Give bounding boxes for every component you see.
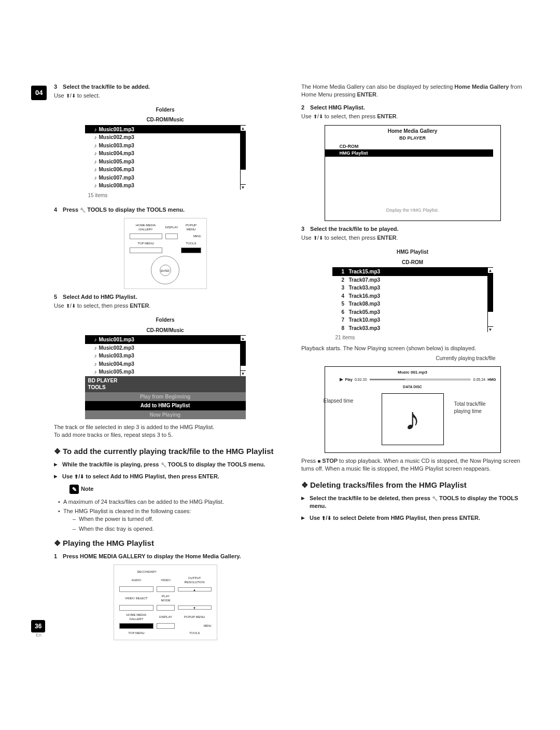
music-icon — [94, 150, 99, 157]
scroll-thumb[interactable] — [241, 131, 246, 170]
music-icon — [94, 134, 99, 141]
list-item[interactable]: Music006.mp3 — [85, 166, 240, 174]
page-number: 36 — [31, 620, 45, 632]
scroll-up-icon[interactable]: ▲ — [241, 126, 246, 131]
music-icon — [94, 182, 99, 189]
arrow-up-icon — [66, 92, 70, 99]
hmg-key — [119, 623, 154, 629]
step-5: 5 Select Add to HMG Playlist. — [54, 293, 276, 301]
list-item[interactable]: Music004.mp3 — [85, 360, 240, 368]
menu-item-cdrom[interactable]: CD-ROM — [325, 143, 500, 149]
diamond-icon — [54, 539, 63, 547]
bullet-delete-enter: Use / to select Delete from HMG Playlist… — [301, 514, 524, 522]
list-item[interactable]: 1Track15.mp3 — [332, 268, 487, 276]
tools-option[interactable]: Now Playing — [85, 410, 246, 420]
list-item[interactable]: Music005.mp3 — [85, 368, 240, 376]
list-item[interactable]: Music001.mp3 — [85, 126, 240, 134]
step-5-after: The track or file selected in step 3 is … — [54, 423, 276, 439]
list-item[interactable]: 6Track05.mp3 — [332, 308, 487, 316]
arrow-down-icon — [319, 113, 323, 119]
tools-icon — [80, 206, 86, 213]
list-item[interactable]: Music001.mp3 — [85, 336, 240, 344]
music-icon — [94, 345, 99, 352]
play-icon — [301, 494, 310, 510]
diamond-icon — [54, 447, 63, 456]
scroll-up-icon[interactable]: ▲ — [488, 268, 493, 273]
diamond-icon — [301, 480, 310, 489]
arrow-down-icon — [72, 302, 76, 309]
bullet-tools: While the track/file is playing, press T… — [54, 461, 276, 469]
menu-item-hmg-playlist[interactable]: HMG Playlist — [325, 149, 493, 157]
pencil-icon: ✎ — [69, 485, 79, 494]
scroll-down-icon[interactable]: ▼ — [241, 184, 246, 190]
callout-current-track: Currently playing track/file — [436, 355, 495, 362]
scroll-down-icon[interactable]: ▼ — [241, 370, 246, 376]
home-media-gallery-screen: Home Media Gallery BD PLAYER CD-ROM HMG … — [325, 125, 501, 221]
listbox-rows[interactable]: Music001.mp3 Music002.mp3 Music003.mp3 M… — [85, 336, 246, 376]
arrow-up-icon — [313, 113, 317, 119]
hmg-playlist-listbox: HMG Playlist CD-ROM 1Track15.mp3 2Track0… — [332, 247, 493, 341]
right-step-3: 3 Select the track/file to be played. — [301, 225, 524, 233]
right-step-2-sub: Use / to select, then press ENTER. — [301, 113, 524, 120]
bullet-delete-tools: Select the track/file to be deleted, the… — [301, 494, 524, 510]
music-icon — [94, 361, 99, 368]
list-item[interactable]: 4Track16.mp3 — [332, 292, 487, 300]
heading-playing: Playing the HMG Playlist — [54, 538, 276, 548]
scroll-down-icon[interactable]: ▼ — [488, 326, 493, 332]
stop-info: Press STOP to stop playback. When a musi… — [301, 457, 524, 473]
list-item[interactable]: Music003.mp3 — [85, 352, 240, 360]
scrollbar[interactable]: ▲ ▼ — [487, 268, 493, 332]
arrow-down-icon — [72, 92, 76, 99]
right-step-2: 2 Select HMG Playlist. — [301, 104, 524, 112]
music-icon — [94, 142, 99, 149]
list-item[interactable]: Music005.mp3 — [85, 158, 240, 166]
big-music-icon: ♪ — [382, 393, 444, 445]
list-item[interactable]: Music008.mp3 — [85, 182, 240, 190]
scroll-thumb[interactable] — [241, 341, 246, 366]
play-icon — [54, 461, 62, 469]
music-icon — [94, 336, 99, 343]
tools-icon — [432, 495, 438, 501]
step-3-sub: Use / to select. — [54, 92, 276, 100]
item-count: 21 items — [332, 332, 493, 341]
list-item[interactable]: 3Track03.mp3 — [332, 284, 487, 292]
note-list: A maximum of 24 tracks/files can be adde… — [54, 498, 276, 533]
note-heading: ✎Note — [54, 485, 276, 494]
list-item[interactable]: Music002.mp3 — [85, 344, 240, 352]
scrollbar[interactable]: ▲ ▼ — [240, 126, 246, 190]
heading-deleting: Deleting tracks/files from the HMG Playl… — [301, 480, 524, 490]
tools-icon — [161, 461, 166, 467]
list-item[interactable]: Music002.mp3 — [85, 133, 240, 142]
list-item[interactable]: Music004.mp3 — [85, 149, 240, 158]
play-icon — [301, 514, 310, 522]
scroll-up-icon[interactable]: ▲ — [241, 336, 246, 341]
list-item[interactable]: Music007.mp3 — [85, 174, 240, 182]
scrollbar[interactable]: ▲ ▼ — [240, 336, 246, 376]
item-count: 15 items — [85, 190, 246, 199]
list-item[interactable]: 7Track10.mp3 — [332, 316, 487, 324]
stop-icon — [317, 458, 320, 464]
listbox-rows[interactable]: 1Track15.mp3 2Track07.mp3 3Track03.mp3 4… — [332, 268, 493, 332]
tools-option[interactable]: Play from Beginning — [85, 392, 246, 402]
list-item[interactable]: Music003.mp3 — [85, 142, 240, 150]
list-item[interactable]: 8Track03.mp3 — [332, 324, 487, 333]
step-3: 3 Select the track/file to be added. — [54, 83, 276, 91]
music-icon — [94, 158, 99, 166]
tools-option-selected[interactable]: Add to HMG Playlist — [85, 401, 246, 410]
remote-diagram-hmg: SECONDARY AUDIOVIDEOOUTPUT RESOLUTION ▲ … — [114, 564, 217, 640]
remote-diagram-tools: HOME MEDIA GALLERYDISPLAYPOPUP MENU MENU… — [124, 218, 207, 289]
step-5-sub: Use / to select, then press ENTER. — [54, 302, 276, 310]
play-icon — [54, 473, 62, 480]
listbox-rows[interactable]: Music001.mp3 Music002.mp3 Music003.mp3 M… — [85, 126, 246, 190]
music-icon — [94, 174, 99, 182]
scroll-thumb[interactable] — [488, 273, 493, 312]
play-step-1: 1 Press HOME MEDIA GALLERY to display th… — [54, 553, 276, 560]
right-intro: The Home Media Gallery can also be displ… — [301, 83, 524, 99]
music-icon — [94, 352, 99, 360]
list-item[interactable]: 2Track07.mp3 — [332, 276, 487, 284]
tools-key — [181, 247, 201, 253]
arrow-up-icon — [66, 302, 70, 309]
music-icon — [94, 126, 99, 133]
list-item[interactable]: 5Track08.mp3 — [332, 300, 487, 308]
tools-panel: BD PLAYERTOOLS Play from Beginning Add t… — [85, 376, 246, 420]
